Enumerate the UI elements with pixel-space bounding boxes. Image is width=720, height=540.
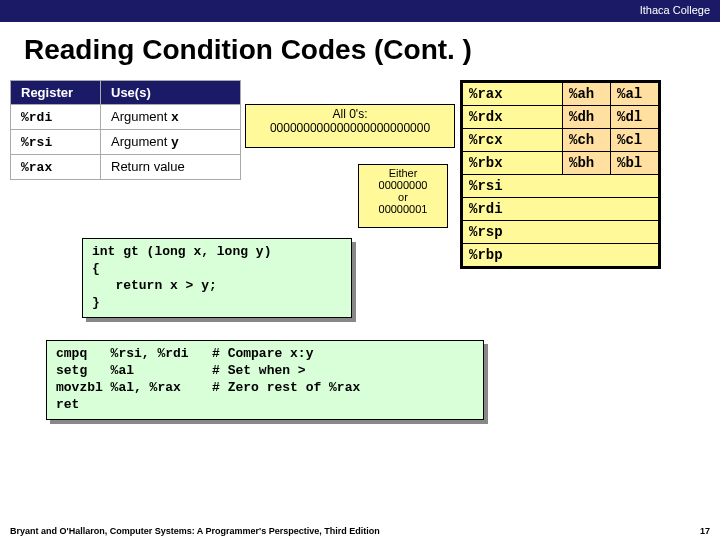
- table-header: Register: [11, 81, 101, 105]
- callout-line: Either: [361, 167, 445, 179]
- header-bar: Ithaca College: [0, 0, 720, 22]
- reg-cell: %rsi: [11, 130, 101, 155]
- callout-line: 00000000: [361, 179, 445, 191]
- use-cell: Argument x: [101, 105, 241, 130]
- reg-cell: %rdi: [11, 105, 101, 130]
- callout-all-zeros: All 0's: 000000000000000000000000: [245, 104, 455, 148]
- reg-cell: %rax: [11, 155, 101, 180]
- code-box-c: int gt (long x, long y) { return x > y; …: [82, 238, 352, 318]
- page-number: 17: [700, 526, 710, 536]
- callout-line: or: [361, 191, 445, 203]
- table-row: %rax Return value: [11, 155, 241, 180]
- code-c: int gt (long x, long y) { return x > y; …: [92, 244, 342, 312]
- table-header: Use(s): [101, 81, 241, 105]
- footer-citation: Bryant and O'Hallaron, Computer Systems:…: [10, 526, 380, 536]
- slide-title: Reading Condition Codes (Cont. ): [24, 34, 720, 66]
- callout-either: Either 00000000 or 00000001: [358, 164, 448, 228]
- footer: Bryant and O'Hallaron, Computer Systems:…: [0, 522, 720, 540]
- code-box-asm: cmpq %rsi, %rdi # Compare x:y setg %al #…: [46, 340, 484, 420]
- callout-line: 00000001: [361, 203, 445, 215]
- callout-line: All 0's:: [248, 107, 452, 121]
- register-diagram: %rax%ah%al %rdx%dh%dl %rcx%ch%cl %rbx%bh…: [460, 80, 661, 269]
- table-row: %rdi Argument x: [11, 105, 241, 130]
- table-row: %rsi Argument y: [11, 130, 241, 155]
- register-use-table: Register Use(s) %rdi Argument x %rsi Arg…: [10, 80, 241, 180]
- slide-content: Register Use(s) %rdi Argument x %rsi Arg…: [0, 80, 720, 520]
- org-name: Ithaca College: [640, 4, 710, 16]
- callout-line: 000000000000000000000000: [248, 121, 452, 135]
- use-cell: Argument y: [101, 130, 241, 155]
- code-asm: cmpq %rsi, %rdi # Compare x:y setg %al #…: [56, 346, 474, 414]
- use-cell: Return value: [101, 155, 241, 180]
